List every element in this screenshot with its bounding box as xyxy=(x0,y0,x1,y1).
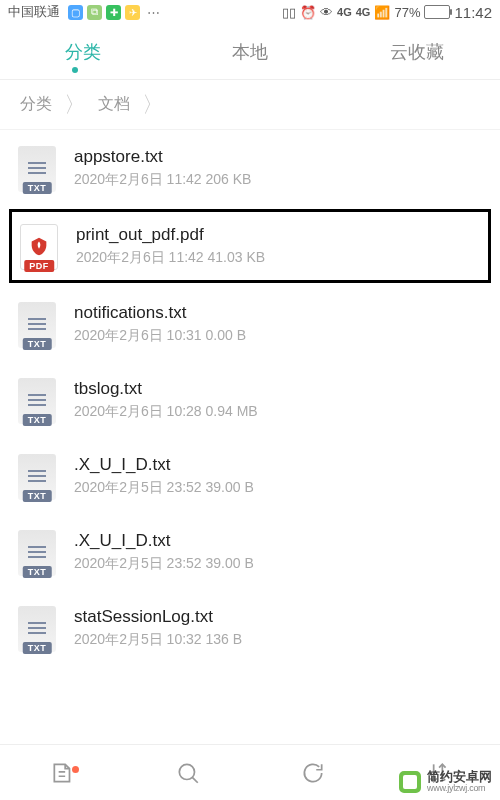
watermark: 简约安卓网 www.jylzwj.com xyxy=(399,770,492,794)
file-subtitle: 2020年2月5日 10:32 136 B xyxy=(74,631,484,649)
file-txt-icon: TXT xyxy=(16,144,58,192)
battery-percent: 77% xyxy=(394,5,420,20)
file-name: statSessionLog.txt xyxy=(74,607,484,627)
file-subtitle: 2020年2月5日 23:52 39.00 B xyxy=(74,555,484,573)
file-subtitle: 2020年2月6日 10:28 0.94 MB xyxy=(74,403,484,421)
status-app-icon-3: ✚ xyxy=(106,5,121,20)
watermark-icon xyxy=(399,771,421,793)
search-button[interactable] xyxy=(125,760,250,786)
status-app-icon-1: ▢ xyxy=(68,5,83,20)
file-subtitle: 2020年2月6日 11:42 206 KB xyxy=(74,171,484,189)
signal-bars-icon: 📶 xyxy=(374,5,390,20)
file-meta: print_out_pdf.pdf2020年2月6日 11:42 41.03 K… xyxy=(76,225,482,267)
status-app-icon-4: ✈ xyxy=(125,5,140,20)
svg-point-0 xyxy=(179,764,194,779)
file-name: .X_U_I_D.txt xyxy=(74,531,484,551)
breadcrumb-chevron-icon: 〉 xyxy=(142,90,164,120)
file-name: tbslog.txt xyxy=(74,379,484,399)
tab-category[interactable]: 分类 xyxy=(0,40,167,64)
refresh-button[interactable] xyxy=(250,760,375,786)
file-txt-icon: TXT xyxy=(16,300,58,348)
breadcrumb-chevron-icon: 〉 xyxy=(64,90,86,120)
battery-icon xyxy=(424,5,450,19)
file-row[interactable]: TXTtbslog.txt2020年2月6日 10:28 0.94 MB xyxy=(0,362,500,438)
file-txt-icon: TXT xyxy=(16,452,58,500)
file-pdf-icon: PDF xyxy=(18,222,60,270)
file-meta: appstore.txt2020年2月6日 11:42 206 KB xyxy=(74,147,484,189)
watermark-title: 简约安卓网 xyxy=(427,770,492,784)
file-name: .X_U_I_D.txt xyxy=(74,455,484,475)
status-more-icon: ⋯ xyxy=(147,5,160,20)
carrier-label: 中国联通 xyxy=(8,3,60,21)
file-row[interactable]: TXTappstore.txt2020年2月6日 11:42 206 KB xyxy=(0,130,500,206)
file-row[interactable]: TXT.X_U_I_D.txt2020年2月5日 23:52 39.00 B xyxy=(0,514,500,590)
breadcrumb: 分类 〉 文档 〉 xyxy=(0,80,500,130)
inbox-button[interactable] xyxy=(0,760,125,786)
file-meta: tbslog.txt2020年2月6日 10:28 0.94 MB xyxy=(74,379,484,421)
tab-active-indicator xyxy=(72,67,78,73)
status-left: 中国联通 ▢ ⧉ ✚ ✈ ⋯ xyxy=(8,3,160,21)
file-meta: .X_U_I_D.txt2020年2月5日 23:52 39.00 B xyxy=(74,455,484,497)
tab-cloud[interactable]: 云收藏 xyxy=(333,40,500,64)
file-list: TXTappstore.txt2020年2月6日 11:42 206 KBPDF… xyxy=(0,130,500,666)
file-txt-icon: TXT xyxy=(16,604,58,652)
watermark-url: www.jylzwj.com xyxy=(427,784,492,794)
breadcrumb-current[interactable]: 文档 xyxy=(98,94,130,115)
file-row[interactable]: PDFprint_out_pdf.pdf2020年2月6日 11:42 41.0… xyxy=(8,208,492,284)
file-name: notifications.txt xyxy=(74,303,484,323)
file-row[interactable]: TXTnotifications.txt2020年2月6日 10:31 0.00… xyxy=(0,286,500,362)
top-tabs: 分类 本地 云收藏 xyxy=(0,24,500,80)
file-subtitle: 2020年2月6日 11:42 41.03 KB xyxy=(76,249,482,267)
tab-local[interactable]: 本地 xyxy=(167,40,334,64)
vibrate-icon: ▯▯ xyxy=(282,5,296,20)
clock-time: 11:42 xyxy=(454,4,492,21)
status-bar: 中国联通 ▢ ⧉ ✚ ✈ ⋯ ▯▯ ⏰ 👁 4G 4G 📶 77% 11:42 xyxy=(0,0,500,24)
file-meta: .X_U_I_D.txt2020年2月5日 23:52 39.00 B xyxy=(74,531,484,573)
signal-4g-2: 4G xyxy=(356,6,371,18)
signal-4g-1: 4G xyxy=(337,6,352,18)
alarm-icon: ⏰ xyxy=(300,5,316,20)
file-meta: notifications.txt2020年2月6日 10:31 0.00 B xyxy=(74,303,484,345)
file-txt-icon: TXT xyxy=(16,376,58,424)
file-subtitle: 2020年2月5日 23:52 39.00 B xyxy=(74,479,484,497)
file-name: appstore.txt xyxy=(74,147,484,167)
file-txt-icon: TXT xyxy=(16,528,58,576)
file-row[interactable]: TXT.X_U_I_D.txt2020年2月5日 23:52 39.00 B xyxy=(0,438,500,514)
breadcrumb-root[interactable]: 分类 xyxy=(20,94,52,115)
file-meta: statSessionLog.txt2020年2月5日 10:32 136 B xyxy=(74,607,484,649)
status-right: ▯▯ ⏰ 👁 4G 4G 📶 77% 11:42 xyxy=(282,4,492,21)
file-subtitle: 2020年2月6日 10:31 0.00 B xyxy=(74,327,484,345)
eye-icon: 👁 xyxy=(320,5,333,20)
file-row[interactable]: TXTstatSessionLog.txt2020年2月5日 10:32 136… xyxy=(0,590,500,666)
status-app-icon-2: ⧉ xyxy=(87,5,102,20)
file-name: print_out_pdf.pdf xyxy=(76,225,482,245)
